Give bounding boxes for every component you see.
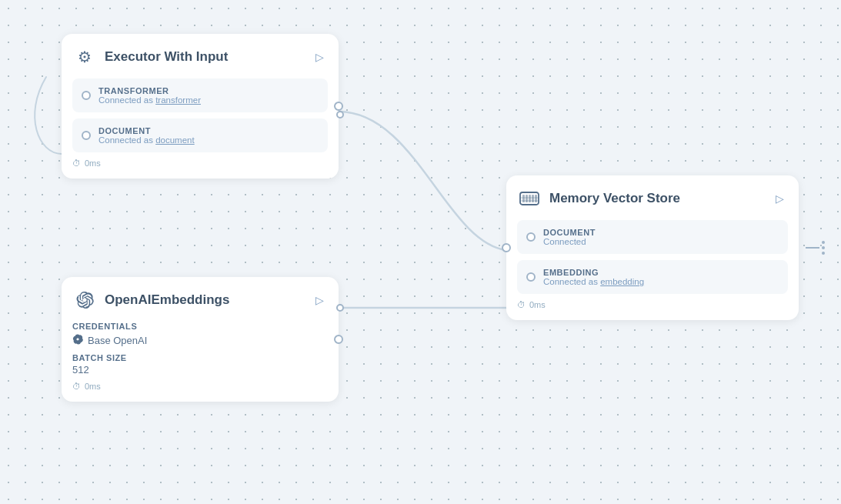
transformer-label: TRANSFORMER (98, 86, 201, 95)
executor-timing: 0ms (85, 159, 101, 168)
executor-title: Executor With Input (105, 49, 303, 65)
document-sublabel-executor: Connected as document (98, 135, 195, 145)
executor-output-dot[interactable] (336, 111, 344, 118)
credentials-value: Base OpenAI (72, 334, 328, 347)
executor-play-button[interactable]: ▷ (311, 48, 328, 65)
memory-timing: 0ms (529, 300, 546, 309)
executor-clock-icon: ⏱ (72, 159, 81, 168)
memory-play-button[interactable]: ▷ (771, 190, 788, 207)
embedding-label: EMBEDDING (543, 268, 644, 277)
memory-left-connector[interactable] (502, 243, 511, 252)
transformer-dot (82, 91, 91, 100)
openai-node: OpenAIEmbeddings ▷ CREDENTIALS Base Open… (62, 277, 339, 402)
document-content-memory: DOCUMENT Connected (543, 228, 596, 246)
document-label-memory: DOCUMENT (543, 228, 596, 237)
openai-header: OpenAIEmbeddings ▷ (72, 288, 328, 312)
memory-node: Memory Vector Store ▷ DOCUMENT Connected… (506, 175, 799, 320)
expand-dot-2 (822, 246, 825, 249)
expand-dot-3 (822, 252, 825, 255)
document-label-executor: DOCUMENT (98, 126, 195, 135)
transformer-sublabel: Connected as transformer (98, 95, 201, 105)
executor-right-connector[interactable] (334, 102, 343, 111)
embedding-sublabel: Connected as embedding (543, 277, 644, 286)
memory-title: Memory Vector Store (549, 191, 763, 206)
credentials-row: CREDENTIALS Base OpenAI (72, 322, 328, 347)
canvas: ⚙ Executor With Input ▷ TRANSFORMER Conn… (0, 0, 841, 504)
expand-dots (822, 241, 825, 255)
batch-label: BATCH SIZE (72, 353, 328, 362)
document-dot-executor (82, 131, 91, 140)
executor-node: ⚙ Executor With Input ▷ TRANSFORMER Conn… (62, 34, 339, 179)
document-sublabel-memory: Connected (543, 237, 596, 246)
credentials-label: CREDENTIALS (72, 322, 328, 331)
expand-dot-1 (822, 241, 825, 244)
batch-value: 512 (72, 364, 328, 375)
embedding-dot (526, 272, 536, 282)
executor-footer: ⏱ 0ms (72, 159, 328, 168)
memory-header: Memory Vector Store ▷ (517, 186, 788, 211)
openai-play-button[interactable]: ▷ (311, 292, 328, 309)
document-content-executor: DOCUMENT Connected as document (98, 126, 195, 145)
openai-timing: 0ms (85, 382, 101, 391)
credentials-value-text: Base OpenAI (88, 335, 147, 346)
openai-right-connector[interactable] (334, 335, 343, 344)
memory-right-expand (806, 241, 825, 255)
batch-row: BATCH SIZE 512 (72, 353, 328, 375)
openai-title: OpenAIEmbeddings (105, 292, 303, 308)
document-dot-memory (526, 232, 536, 242)
memory-footer: ⏱ 0ms (517, 300, 788, 309)
openai-cred-icon (72, 334, 83, 347)
executor-header: ⚙ Executor With Input ▷ (72, 45, 328, 69)
memory-clock-icon: ⏱ (517, 300, 526, 309)
openai-icon (72, 288, 97, 312)
openai-clock-icon: ⏱ (72, 382, 81, 391)
document-row-executor: DOCUMENT Connected as document (72, 118, 328, 152)
openai-output-dot[interactable] (336, 304, 344, 312)
executor-icon: ⚙ (72, 45, 97, 69)
document-row-memory: DOCUMENT Connected (517, 220, 788, 254)
embedding-row: EMBEDDING Connected as embedding (517, 260, 788, 294)
embedding-content: EMBEDDING Connected as embedding (543, 268, 644, 286)
transformer-row: TRANSFORMER Connected as transformer (72, 78, 328, 112)
openai-footer: ⏱ 0ms (72, 382, 328, 391)
expand-line (806, 247, 819, 249)
transformer-content: TRANSFORMER Connected as transformer (98, 86, 201, 105)
memory-icon (517, 186, 542, 211)
